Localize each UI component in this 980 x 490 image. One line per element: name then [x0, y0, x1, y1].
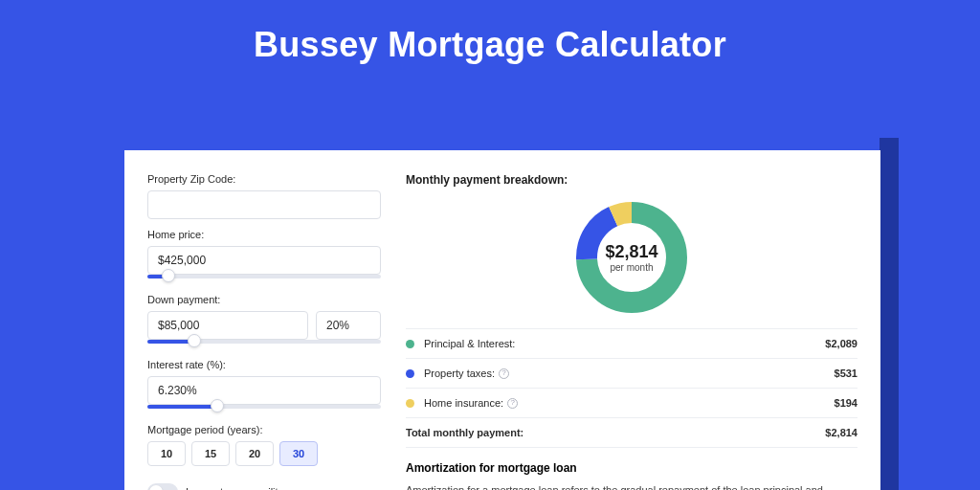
results-column: Monthly payment breakdown: $2,814 per mo… — [406, 173, 858, 490]
total-label: Total monthly payment: — [406, 427, 825, 438]
legend-label: Home insurance:? — [424, 397, 835, 409]
amortization-title: Amortization for mortgage loan — [406, 461, 858, 475]
rate-input[interactable] — [147, 376, 381, 405]
veteran-label: I am veteran or military — [186, 486, 293, 490]
down-slider[interactable] — [147, 338, 381, 349]
legend-value: $531 — [835, 368, 858, 379]
legend-row: Principal & Interest:$2,089 — [406, 329, 858, 359]
donut-center: $2,814 per month — [574, 200, 689, 315]
field-mortgage-period: Mortgage period (years): 10152030 — [147, 424, 381, 466]
amortization-text: Amortization for a mortgage loan refers … — [406, 482, 858, 490]
legend-dot — [406, 369, 414, 378]
field-home-price: Home price: — [147, 229, 381, 284]
total-value: $2,814 — [825, 427, 858, 438]
info-icon[interactable]: ? — [507, 398, 518, 409]
field-down-payment: Down payment: — [147, 294, 381, 349]
legend-total-row: Total monthly payment:$2,814 — [406, 418, 858, 448]
legend: Principal & Interest:$2,089Property taxe… — [406, 328, 858, 448]
legend-row: Property taxes:?$531 — [406, 359, 858, 389]
price-input[interactable] — [147, 246, 381, 275]
legend-dot — [406, 340, 414, 348]
donut-value: $2,814 — [605, 242, 657, 262]
inputs-column: Property Zip Code: Home price: Down paym… — [147, 173, 381, 490]
legend-dot — [406, 399, 414, 408]
down-input[interactable] — [147, 311, 308, 340]
legend-label: Principal & Interest: — [424, 338, 825, 349]
zip-input[interactable] — [147, 190, 381, 219]
price-slider[interactable] — [147, 273, 381, 284]
amortization-section: Amortization for mortgage loan Amortizat… — [406, 461, 858, 490]
legend-row: Home insurance:?$194 — [406, 389, 858, 418]
period-label: Mortgage period (years): — [147, 424, 381, 435]
frame-shadow — [880, 138, 899, 490]
period-option-30[interactable]: 30 — [279, 441, 318, 466]
period-options: 10152030 — [147, 441, 381, 466]
donut-sub: per month — [610, 262, 653, 273]
field-interest-rate: Interest rate (%): — [147, 359, 381, 414]
rate-label: Interest rate (%): — [147, 359, 381, 370]
breakdown-title: Monthly payment breakdown: — [406, 173, 858, 187]
legend-label: Property taxes:? — [424, 368, 835, 379]
down-pct-input[interactable] — [316, 311, 381, 340]
field-veteran: I am veteran or military — [147, 483, 381, 490]
field-zip: Property Zip Code: — [147, 173, 381, 219]
price-label: Home price: — [147, 229, 381, 240]
veteran-toggle[interactable] — [147, 483, 178, 490]
info-icon[interactable]: ? — [499, 368, 509, 379]
period-option-15[interactable]: 15 — [191, 441, 230, 466]
calculator-panel: Property Zip Code: Home price: Down paym… — [124, 150, 880, 490]
legend-value: $2,089 — [825, 338, 858, 349]
donut-chart: $2,814 per month — [406, 192, 858, 328]
period-option-10[interactable]: 10 — [147, 441, 186, 466]
down-label: Down payment: — [147, 294, 381, 305]
page-title: Bussey Mortgage Calculator — [0, 0, 980, 84]
legend-value: $194 — [835, 397, 858, 409]
period-option-20[interactable]: 20 — [235, 441, 274, 466]
rate-slider[interactable] — [147, 403, 381, 414]
zip-label: Property Zip Code: — [147, 173, 381, 185]
